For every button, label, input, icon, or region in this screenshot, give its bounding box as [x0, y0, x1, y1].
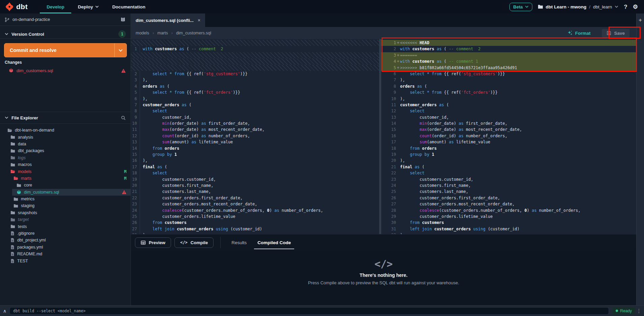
editor-pane-conflict[interactable]: 1+<<<<<<< HEAD2with customers as ( -- co…	[381, 39, 636, 234]
tree-item-readme-md[interactable]: README.md	[0, 251, 131, 257]
code-line[interactable]: 4orders as (	[131, 83, 379, 89]
code-line[interactable]: 2 select * from {{ ref('stg_customers')}…	[131, 71, 379, 77]
diff-filler-row[interactable]	[131, 52, 379, 58]
tree-item-marts[interactable]: martsM	[0, 175, 131, 182]
code-line[interactable]: 9 customer_id,	[131, 114, 379, 120]
code-line[interactable]: 26 customer_orders.first_order_date,	[381, 195, 636, 201]
code-line[interactable]: 8orders as (	[381, 83, 636, 89]
tree-item-models[interactable]: modelsM	[0, 168, 131, 175]
new-tab-plus-icon[interactable]: +	[637, 17, 644, 24]
code-line[interactable]: 19 customers.customer_id,	[131, 176, 379, 182]
code-line[interactable]: 30 from customers	[381, 220, 636, 226]
editor-tab-dim-customers[interactable]: dim_customers.sql (confli... ×	[131, 13, 205, 27]
code-line[interactable]: 23 customers.customer_id,	[381, 176, 636, 182]
code-line[interactable]: 3),	[131, 77, 379, 83]
docs-book-icon[interactable]	[120, 17, 126, 22]
code-line[interactable]: 5 select * from {{ ref('fct_orders')}}	[131, 89, 379, 95]
tree-item-logs[interactable]: logs	[0, 154, 131, 161]
command-input[interactable]	[9, 307, 609, 315]
code-line[interactable]: 23 customer_orders.most_recent_order_dat…	[131, 201, 379, 207]
tree-item-tests[interactable]: tests	[0, 223, 131, 230]
breadcrumb-item[interactable]: marts	[157, 31, 168, 35]
code-line[interactable]: 13 sum(amount) as lifetime_value	[131, 139, 379, 145]
tree-item-target[interactable]: target	[0, 216, 131, 223]
account-project-selector[interactable]: dbt Learn - mwong / dbt_learn	[538, 4, 619, 9]
commit-options-chevron[interactable]	[114, 44, 127, 57]
kebab-menu-icon[interactable]: ⋮	[635, 308, 643, 314]
code-line[interactable]: 14 from orders	[131, 145, 379, 151]
code-line[interactable]: 24 coalesce(customer_orders.number_of_or…	[131, 207, 379, 213]
code-editor-split-view[interactable]: 1with customers as ( -- comment 22 selec…	[131, 39, 636, 234]
code-line[interactable]: 21 customers.last_name,	[131, 189, 379, 195]
tab-compiled-code[interactable]: Compiled Code	[252, 234, 296, 251]
code-line[interactable]: 1+<<<<<<< HEAD	[381, 40, 636, 46]
tree-item-dbt-learn-on-demand[interactable]: dbt-learn-on-demand	[0, 127, 131, 134]
code-line[interactable]: 6 select * from {{ ref('stg_customers')}…	[381, 71, 636, 77]
tree-item-test[interactable]: TEST	[0, 257, 131, 264]
commit-and-resolve-button[interactable]: Commit and resolve	[4, 43, 127, 57]
diff-filler-row[interactable]	[131, 40, 379, 46]
code-line[interactable]: 10 min(order_date) as first_order_date,	[131, 120, 379, 126]
code-line[interactable]: 3+=======	[381, 52, 636, 58]
nav-item-deploy[interactable]: Deploy	[71, 0, 106, 13]
code-line[interactable]: 26 from customers	[131, 220, 379, 226]
file-explorer-header[interactable]: File Explorer	[0, 112, 131, 124]
code-line[interactable]: 18 from orders	[381, 145, 636, 151]
chevron-up-icon[interactable]: ∧	[0, 308, 9, 314]
editor-pane-merged[interactable]: 1with customers as ( -- comment 22 selec…	[131, 39, 379, 234]
tree-item-dim-customers-sql[interactable]: dim_customers.sql	[0, 189, 131, 196]
save-button[interactable]: Save	[602, 29, 629, 37]
code-line[interactable]: 22 select	[381, 170, 636, 176]
code-line[interactable]: 12 select	[381, 108, 636, 114]
tree-item--gitignore[interactable]: .gitignore	[0, 230, 131, 237]
code-line[interactable]: 16 count(order_id) as number_of_orders,	[381, 133, 636, 139]
search-icon[interactable]	[121, 115, 126, 120]
tree-item-staging[interactable]: staging	[0, 202, 131, 209]
git-branch-row[interactable]: on-demand-practice	[0, 13, 131, 26]
code-line[interactable]: 19 group by 1	[381, 151, 636, 157]
nav-item-documentation[interactable]: Documentation	[106, 0, 152, 13]
code-line[interactable]: 7),	[381, 77, 636, 83]
code-line[interactable]: 20),	[381, 157, 636, 164]
tab-results[interactable]: Results	[226, 234, 252, 251]
code-line[interactable]: 17 sum(amount) as lifetime_value	[381, 139, 636, 145]
code-line[interactable]: 1with customers as ( -- comment 2	[131, 46, 379, 52]
breadcrumb-item[interactable]: models	[136, 31, 149, 35]
code-line[interactable]: 29 customer_orders.lifetime_value	[381, 213, 636, 220]
version-control-header[interactable]: Version Control 1	[0, 30, 131, 38]
breadcrumb-item[interactable]: dim_customers.sql	[176, 31, 211, 35]
dbt-logo[interactable]: dbt	[5, 2, 28, 11]
code-line[interactable]: 10),	[381, 96, 636, 102]
code-line[interactable]: 12 count(order_id) as number_of_orders,	[131, 133, 379, 139]
code-line[interactable]: 25 customers.last_name,	[381, 189, 636, 195]
code-line[interactable]: 21final as (	[381, 164, 636, 170]
code-line[interactable]: 6),	[131, 96, 379, 102]
code-line[interactable]: 16),	[131, 157, 379, 164]
code-line[interactable]: 15 group by 1	[131, 151, 379, 157]
code-line[interactable]: 5+>>>>>>> b81f802a66fd544504c65721e3ffaa…	[381, 65, 636, 71]
code-line[interactable]: 22 customer_orders.first_order_date,	[131, 195, 379, 201]
code-line[interactable]: 8 select	[131, 108, 379, 114]
tree-item-data[interactable]: data	[0, 141, 131, 147]
help-icon[interactable]: ?	[624, 4, 627, 10]
code-line[interactable]: 4+with customers as ( -- comment 1	[381, 58, 636, 64]
preview-button[interactable]: Preview	[135, 237, 171, 248]
close-icon[interactable]: ×	[198, 18, 200, 23]
code-line[interactable]: 14 min(order_date) as first_order_date,	[381, 120, 636, 126]
code-line[interactable]: 15 max(order_date) as most_recent_order_…	[381, 126, 636, 133]
tree-item-metrics[interactable]: metrics	[0, 196, 131, 202]
code-line[interactable]: 28 coalesce(customer_orders.number_of_or…	[381, 207, 636, 213]
code-line[interactable]: 9 select * from {{ ref('fct_orders')}}	[381, 89, 636, 95]
code-line[interactable]: 11customer_orders as (	[381, 102, 636, 108]
diff-filler-row[interactable]	[131, 58, 379, 64]
beta-dropdown[interactable]: Beta	[509, 3, 532, 11]
format-button[interactable]: Format	[567, 30, 591, 36]
tree-item-dbt-packages[interactable]: dbt_packages	[0, 147, 131, 154]
code-line[interactable]: 13 customer_id,	[381, 114, 636, 120]
code-line[interactable]: 24 customers.first_name,	[381, 182, 636, 189]
code-line[interactable]: 27 left join customer_orders using (cust…	[131, 226, 379, 232]
nav-item-develop[interactable]: Develop	[40, 0, 71, 13]
code-line[interactable]: 18 select	[131, 170, 379, 176]
compile-button[interactable]: </> Compile	[174, 237, 214, 248]
code-line[interactable]: 20 customers.first_name,	[131, 182, 379, 189]
